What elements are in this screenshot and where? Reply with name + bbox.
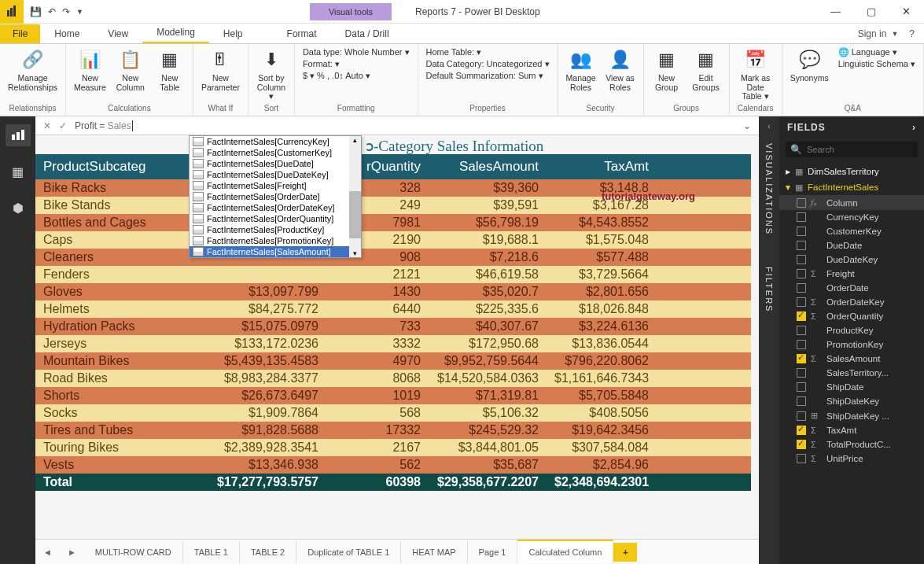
field-checkbox[interactable] xyxy=(797,283,806,293)
tab-format[interactable]: Format xyxy=(273,24,331,43)
filters-label[interactable]: FILTERS xyxy=(764,259,774,320)
field-checkbox[interactable] xyxy=(797,227,806,236)
formula-input[interactable]: Profit = Sales xyxy=(75,120,133,131)
intellisense-item[interactable]: FactInternetSales[ProductKey] xyxy=(190,224,361,235)
field-checkbox[interactable] xyxy=(797,426,806,435)
new-measure-button[interactable]: 📊New Measure xyxy=(71,46,109,94)
manage-roles-button[interactable]: 👥Manage Roles xyxy=(563,46,599,94)
table-row[interactable]: Cleaners908$7,218.6$577.488 xyxy=(35,249,751,266)
fields-column-node[interactable]: ΣOrderDateKey xyxy=(779,295,924,309)
report-surface[interactable]: ɔ-Category Sales Information tutorialgat… xyxy=(35,135,759,539)
field-checkbox[interactable] xyxy=(797,354,806,363)
close-button[interactable]: ✕ xyxy=(889,0,924,24)
home-table-dropdown[interactable]: Home Table: ▾ xyxy=(426,47,550,57)
field-checkbox[interactable] xyxy=(797,326,806,335)
view-as-roles-button[interactable]: 👤View as Roles xyxy=(602,46,639,94)
field-checkbox[interactable] xyxy=(797,440,806,449)
tab-data-drill[interactable]: Data / Drill xyxy=(331,24,403,43)
undo-icon[interactable]: ↶ xyxy=(48,6,56,17)
table-row[interactable]: Helmets$84,275.7726440$225,335.6$18,026.… xyxy=(35,300,751,318)
report-view-icon[interactable] xyxy=(6,124,31,146)
fields-column-node[interactable]: ShipDate xyxy=(779,380,924,394)
field-checkbox[interactable] xyxy=(797,396,806,406)
collapse-fields-icon[interactable]: › xyxy=(912,122,916,133)
table-row[interactable]: Caps2190$19,688.1$1,575.048 xyxy=(35,231,751,249)
fields-search[interactable]: 🔍 xyxy=(786,142,918,157)
intellisense-item[interactable]: FactInternetSales[CustomerKey] xyxy=(190,147,361,158)
sort-by-column-button[interactable]: ⬇Sort by Column ▾ xyxy=(253,46,289,103)
field-checkbox[interactable] xyxy=(797,241,806,250)
table-row[interactable]: Jerseys$133,172.02363332$172,950.68$13,8… xyxy=(35,335,751,352)
table-row[interactable]: Bottles and Cages7981$56,798.19$4,543.85… xyxy=(35,214,751,231)
table-header[interactable]: SalesAmount xyxy=(429,154,547,179)
table-row[interactable]: Vests$13,346.938562$35,687$2,854.96 xyxy=(35,456,751,474)
intellisense-item[interactable]: FactInternetSales[DueDate] xyxy=(190,158,361,169)
tabs-next-icon[interactable]: ► xyxy=(60,547,84,557)
signin-area[interactable]: Sign in ▼ ? xyxy=(849,24,924,43)
visualizations-label[interactable]: VISUALIZATIONS xyxy=(764,135,774,243)
tab-help[interactable]: Help xyxy=(209,24,257,43)
data-view-icon[interactable]: ▦ xyxy=(6,160,31,182)
fields-column-node[interactable]: ΣUnitPrice xyxy=(779,452,924,466)
commit-formula-icon[interactable]: ✓ xyxy=(59,120,67,131)
tab-modeling[interactable]: Modeling xyxy=(142,23,209,43)
data-type-dropdown[interactable]: Data type: Whole Number ▾ xyxy=(303,47,410,57)
add-page-button[interactable]: + xyxy=(613,543,637,562)
format-dropdown[interactable]: Format: ▾ xyxy=(303,59,410,69)
tab-view[interactable]: View xyxy=(94,24,142,43)
fields-column-node[interactable]: CustomerKey xyxy=(779,224,924,238)
fields-column-node[interactable]: SalesTerritory... xyxy=(779,366,924,380)
fields-column-node[interactable]: CurrencyKey xyxy=(779,210,924,224)
intellisense-item[interactable]: FactInternetSales[CurrencyKey] xyxy=(190,136,361,147)
intellisense-dropdown[interactable]: FactInternetSales[CurrencyKey]FactIntern… xyxy=(189,135,362,258)
minimize-button[interactable]: — xyxy=(818,0,853,24)
fields-column-node[interactable]: ⊞ShipDateKey ... xyxy=(779,408,924,423)
file-tab[interactable]: File xyxy=(0,24,40,43)
field-checkbox[interactable] xyxy=(797,411,806,421)
cancel-formula-icon[interactable]: ✕ xyxy=(43,120,51,131)
field-checkbox[interactable] xyxy=(797,255,806,264)
page-tab[interactable]: Page 1 xyxy=(468,541,518,563)
table-row[interactable]: Shorts$26,673.64971019$71,319.81$5,705.5… xyxy=(35,387,751,404)
fields-column-node[interactable]: ΣOrderQuantity xyxy=(779,309,924,323)
fields-column-node[interactable]: DueDateKey xyxy=(779,253,924,267)
field-checkbox[interactable] xyxy=(797,340,806,349)
fields-column-node[interactable]: PromotionKey xyxy=(779,337,924,352)
fields-column-node[interactable]: ΣSalesAmount xyxy=(779,352,924,366)
fields-column-node[interactable]: 𝑓ₓColumn xyxy=(779,195,924,210)
table-row[interactable]: Mountain Bikes$5,439,135.45834970$9,952,… xyxy=(35,352,751,370)
table-row[interactable]: Fenders2121$46,619.58$3,729.5664 xyxy=(35,266,751,283)
fields-column-node[interactable]: ShipDateKey xyxy=(779,394,924,408)
table-row[interactable]: Touring Bikes$2,389,928.35412167$3,844,8… xyxy=(35,439,751,456)
table-row[interactable]: Tires and Tubes$91,828.568817332$245,529… xyxy=(35,422,751,439)
field-checkbox[interactable] xyxy=(797,297,806,307)
field-checkbox[interactable] xyxy=(797,454,806,463)
field-checkbox[interactable] xyxy=(797,368,806,378)
language-dropdown[interactable]: 🌐 Language ▾ xyxy=(838,47,915,57)
help-icon[interactable]: ? xyxy=(909,28,915,39)
synonyms-button[interactable]: 💬Synonyms xyxy=(787,46,832,85)
tab-home[interactable]: Home xyxy=(40,24,94,43)
fields-table-node[interactable]: ▸▦DimSalesTerritory xyxy=(779,164,924,179)
table-header[interactable]: TaxAmt xyxy=(547,154,657,179)
intellisense-item[interactable]: FactInternetSales[OrderQuantity] xyxy=(190,213,361,224)
field-checkbox[interactable] xyxy=(797,198,806,208)
default-summarization-dropdown[interactable]: Default Summarization: Sum ▾ xyxy=(426,71,550,81)
page-tab[interactable]: Calculated Column xyxy=(517,540,613,563)
page-tab[interactable]: TABLE 1 xyxy=(183,541,240,563)
table-row[interactable]: Gloves$13,097.7991430$35,020.7$2,801.656 xyxy=(35,283,751,300)
redo-icon[interactable]: ↷ xyxy=(62,6,70,17)
manage-relationships-button[interactable]: 🔗Manage Relationships xyxy=(5,46,61,94)
fields-column-node[interactable]: ΣTaxAmt xyxy=(779,423,924,437)
data-category-dropdown[interactable]: Data Category: Uncategorized ▾ xyxy=(426,59,550,69)
mark-date-table-button[interactable]: 📅Mark as Date Table ▾ xyxy=(734,46,777,103)
intellisense-item[interactable]: FactInternetSales[OrderDate] xyxy=(190,191,361,202)
number-format-controls[interactable]: $ ▾ % , .0↕ Auto ▾ xyxy=(303,71,410,81)
page-tab[interactable]: TABLE 2 xyxy=(240,541,296,563)
page-tab[interactable]: HEAT MAP xyxy=(401,541,467,563)
tabs-prev-icon[interactable]: ◄ xyxy=(35,547,60,557)
fields-column-node[interactable]: OrderDate xyxy=(779,281,924,295)
model-view-icon[interactable]: ⬢ xyxy=(6,197,31,219)
intellisense-item[interactable]: FactInternetSales[SalesAmount] xyxy=(190,246,361,257)
edit-groups-button[interactable]: ▦Edit Groups xyxy=(688,46,724,94)
